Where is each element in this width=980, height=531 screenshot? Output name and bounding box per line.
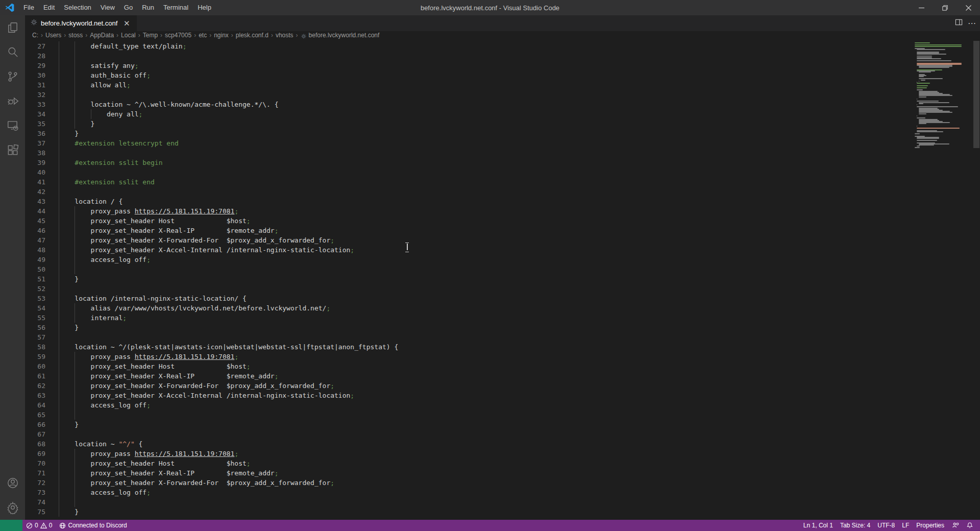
code-line-66[interactable]: 66 } [25,420,980,429]
code-line-54[interactable]: 54 alias /var/www/vhosts/lvckyworld.net/… [25,303,980,313]
status-ln-1-col-1[interactable]: Ln 1, Col 1 [800,520,837,531]
breadcrumb-item[interactable]: Users [45,32,61,39]
code-line-41[interactable]: 41 #extension sslit end [25,177,980,187]
tab-bar: before.lvckyworld.net.conf ✕ ⋯ [25,15,980,31]
scrollbar[interactable] [973,39,980,520]
code-line-47[interactable]: 47 proxy_set_header X-Forwarded-For $pro… [25,235,980,245]
code-line-27[interactable]: 27 default_type text/plain; [25,41,980,51]
code-line-39[interactable]: 39 #extension sslit begin [25,158,980,167]
code-line-69[interactable]: 69 proxy_pass https://5.181.151.19:7081; [25,449,980,458]
code-line-38[interactable]: 38 [25,148,980,158]
code-line-63[interactable]: 63 proxy_set_header X-Accel-Internal /in… [25,391,980,400]
code-line-40[interactable]: 40 [25,167,980,177]
code-line-65[interactable]: 65 [25,410,980,420]
code-line-58[interactable]: 58 location ~ ^/(plesk-stat|awstats-icon… [25,342,980,352]
status-properties[interactable]: Properties [913,520,948,531]
split-editor-icon[interactable] [955,18,963,28]
activitybar-account[interactable] [0,471,25,495]
code-line-42[interactable]: 42 [25,187,980,197]
more-actions-icon[interactable]: ⋯ [968,18,976,28]
breadcrumb-item[interactable]: plesk.conf.d [236,32,268,39]
status-utf-8[interactable]: UTF-8 [874,520,898,531]
menu-file[interactable]: File [19,0,39,15]
code-line-49[interactable]: 49 access_log off; [25,255,980,264]
code-line-72[interactable]: 72 proxy_set_header X-Forwarded-For $pro… [25,478,980,488]
code-line-56[interactable]: 56 } [25,323,980,332]
code-line-62[interactable]: 62 proxy_set_header X-Forwarded-For $pro… [25,381,980,391]
breadcrumb-item[interactable]: nginx [214,32,229,39]
line-number: 41 [25,177,45,187]
discord-status[interactable]: Connected to Discord [56,520,130,531]
scrollbar-slider[interactable] [973,41,979,148]
code-editor[interactable]: 27 default_type text/plain;2829 satisfy … [25,39,980,520]
code-line-34[interactable]: 34 deny all; [25,109,980,119]
breadcrumb-item[interactable]: vhosts [276,32,293,39]
activitybar-remote-explorer[interactable] [0,113,25,138]
code-line-51[interactable]: 51 } [25,274,980,284]
code-line-60[interactable]: 60 proxy_set_header Host $host; [25,361,980,371]
code-line-55[interactable]: 55 internal; [25,313,980,323]
code-line-31[interactable]: 31 allow all; [25,80,980,90]
activitybar-settings[interactable] [0,495,25,520]
code-line-70[interactable]: 70 proxy_set_header Host $host; [25,458,980,468]
activitybar-search[interactable] [0,40,25,64]
code-line-74[interactable]: 74 [25,497,980,507]
close-icon[interactable] [957,0,980,15]
code-line-52[interactable]: 52 [25,284,980,294]
breadcrumb-item[interactable]: Temp [143,32,158,39]
breadcrumb-item[interactable]: before.lvckyworld.net.conf [309,32,380,39]
menu-terminal[interactable]: Terminal [159,0,193,15]
code-line-53[interactable]: 53 location /internal-nginx-static-locat… [25,294,980,303]
code-line-48[interactable]: 48 proxy_set_header X-Accel-Internal /in… [25,245,980,255]
minimize-icon[interactable] [910,0,933,15]
code-line-67[interactable]: 67 [25,429,980,439]
activitybar-run-debug[interactable] [0,89,25,113]
code-line-33[interactable]: 33 location ~ ^/\.well-known/acme-challe… [25,100,980,109]
code-line-73[interactable]: 73 access_log off; [25,488,980,497]
menu-help[interactable]: Help [193,0,216,15]
problems-indicator[interactable]: 0 0 [22,520,56,531]
breadcrumb-item[interactable]: AppData [90,32,114,39]
code-line-32[interactable]: 32 [25,90,980,100]
activitybar-extensions[interactable] [0,138,25,162]
breadcrumb-item[interactable]: scp47005 [165,32,191,39]
code-line-43[interactable]: 43 location / { [25,197,980,206]
menu-edit[interactable]: Edit [39,0,59,15]
minimap[interactable] [915,42,966,520]
activitybar-explorer[interactable] [0,15,25,40]
bell-button[interactable] [963,520,977,531]
code-line-46[interactable]: 46 proxy_set_header X-Real-IP $remote_ad… [25,226,980,235]
activitybar-source-control[interactable] [0,64,25,89]
code-line-71[interactable]: 71 proxy_set_header X-Real-IP $remote_ad… [25,468,980,478]
code-line-75[interactable]: 75 } [25,507,980,517]
code-line-61[interactable]: 61 proxy_set_header X-Real-IP $remote_ad… [25,371,980,381]
code-line-68[interactable]: 68 location ~ "^/" { [25,439,980,449]
menu-view[interactable]: View [96,0,119,15]
menu-go[interactable]: Go [119,0,137,15]
tab-before-lvckyworld-conf[interactable]: before.lvckyworld.net.conf ✕ [25,15,137,31]
code-line-36[interactable]: 36 } [25,129,980,138]
restore-icon[interactable] [933,0,957,15]
code-line-57[interactable]: 57 [25,332,980,342]
menu-selection[interactable]: Selection [59,0,95,15]
code-line-35[interactable]: 35 } [25,119,980,129]
breadcrumb-item[interactable]: etc [199,32,207,39]
code-line-28[interactable]: 28 [25,51,980,61]
code-line-59[interactable]: 59 proxy_pass https://5.181.151.19:7081; [25,352,980,361]
breadcrumb-item[interactable]: Local [121,32,136,39]
breadcrumb-item[interactable]: C: [32,32,38,39]
remote-indicator[interactable] [0,520,22,531]
code-line-50[interactable]: 50 [25,264,980,274]
code-line-44[interactable]: 44 proxy_pass https://5.181.151.19:7081; [25,206,980,216]
tab-close-icon[interactable]: ✕ [121,18,132,29]
feedback-button[interactable] [948,520,963,531]
code-line-29[interactable]: 29 satisfy any; [25,61,980,70]
breadcrumb-item[interactable]: stoss [68,32,83,39]
code-line-45[interactable]: 45 proxy_set_header Host $host; [25,216,980,226]
status-tab-size-4[interactable]: Tab Size: 4 [837,520,874,531]
menu-run[interactable]: Run [137,0,159,15]
code-line-64[interactable]: 64 access_log off; [25,400,980,410]
status-lf[interactable]: LF [898,520,913,531]
code-line-37[interactable]: 37 #extension letsencrypt end [25,138,980,148]
code-line-30[interactable]: 30 auth_basic off; [25,70,980,80]
